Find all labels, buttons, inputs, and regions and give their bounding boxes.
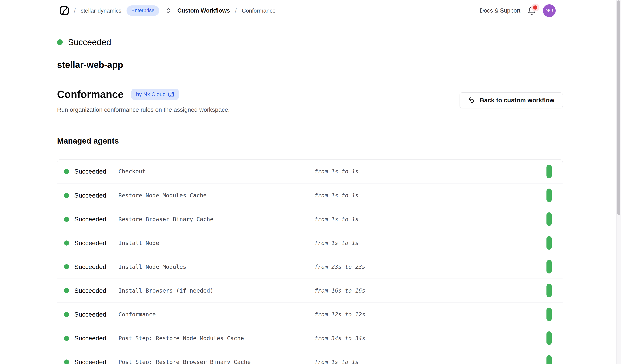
workflow-header: Conformance by Nx Cloud Run organization… xyxy=(57,88,563,113)
notifications-button[interactable] xyxy=(527,6,536,16)
back-button-label: Back to custom workflow xyxy=(480,97,554,104)
run-status-label: Succeeded xyxy=(68,37,111,47)
duration-bar xyxy=(547,331,552,345)
agent-step-row[interactable]: Succeeded Restore Browser Binary Cache f… xyxy=(57,207,563,231)
workspace-switcher[interactable] xyxy=(165,7,172,15)
step-name: Install Node xyxy=(119,240,314,246)
docs-support-link[interactable]: Docs & Support xyxy=(480,7,520,14)
nx-logo-icon xyxy=(168,92,174,97)
workflow-title: Conformance xyxy=(57,88,124,100)
breadcrumb: / stellar-dynamics Enterprise Custom Wor… xyxy=(60,5,276,16)
step-name: Restore Node Modules Cache xyxy=(119,192,314,199)
step-name: Install Browsers (if needed) xyxy=(119,287,314,294)
step-name: Post Step: Restore Node Modules Cache xyxy=(119,335,314,342)
workflow-description: Run organization conformance rules on th… xyxy=(57,106,230,113)
status-dot xyxy=(64,312,69,317)
duration-bar xyxy=(547,260,552,273)
top-navbar: / stellar-dynamics Enterprise Custom Wor… xyxy=(0,0,621,21)
status-dot xyxy=(57,39,63,45)
chevron-up-down-icon xyxy=(165,7,172,15)
step-status: Succeeded xyxy=(74,287,106,294)
duration-bar xyxy=(547,284,552,297)
agent-step-row[interactable]: Succeeded Checkout from 1s to 1s xyxy=(57,159,563,183)
status-dot xyxy=(64,336,69,341)
step-status: Succeeded xyxy=(74,263,106,270)
duration-bar xyxy=(547,212,552,226)
step-status: Succeeded xyxy=(74,192,106,199)
scrollbar-track[interactable] xyxy=(616,0,621,364)
step-timing: from 1s to 1s xyxy=(314,240,547,246)
notification-dot xyxy=(533,5,537,10)
agent-step-row[interactable]: Succeeded Install Node Modules from 23s … xyxy=(57,255,563,279)
undo-arrow-icon xyxy=(468,97,475,104)
agent-step-row[interactable]: Succeeded Install Node from 1s to 1s xyxy=(57,231,563,255)
provider-badge-label: by Nx Cloud xyxy=(136,91,166,97)
back-to-custom-workflow-button[interactable]: Back to custom workflow xyxy=(460,92,563,108)
step-timing: from 12s to 12s xyxy=(314,311,547,318)
step-status: Succeeded xyxy=(74,334,106,342)
status-dot xyxy=(64,240,69,246)
step-status: Succeeded xyxy=(74,311,106,318)
workflow-header-left: Conformance by Nx Cloud Run organization… xyxy=(57,88,230,113)
step-timing: from 1s to 1s xyxy=(314,359,547,364)
duration-bar xyxy=(547,189,552,202)
agent-step-row[interactable]: Succeeded Post Step: Restore Browser Bin… xyxy=(57,350,563,364)
breadcrumb-separator: / xyxy=(235,7,237,14)
breadcrumb-page[interactable]: Conformance xyxy=(242,7,276,14)
main-content: Succeeded stellar-web-app Conformance by… xyxy=(0,37,621,364)
step-name: Checkout xyxy=(119,168,314,175)
status-dot xyxy=(64,360,69,364)
step-timing: from 1s to 1s xyxy=(314,168,547,175)
status-dot xyxy=(64,193,69,198)
avatar[interactable]: NO xyxy=(543,4,556,17)
step-timing: from 1s to 1s xyxy=(314,192,547,199)
step-name: Restore Browser Binary Cache xyxy=(119,216,314,222)
step-status: Succeeded xyxy=(74,239,106,247)
duration-bar xyxy=(547,165,552,178)
duration-bar xyxy=(547,236,552,250)
agent-step-row[interactable]: Succeeded Conformance from 12s to 12s xyxy=(57,302,563,326)
nx-cloud-logo-icon[interactable] xyxy=(60,6,69,15)
duration-bar xyxy=(547,308,552,321)
status-dot xyxy=(64,264,69,269)
agent-step-row[interactable]: Succeeded Post Step: Restore Node Module… xyxy=(57,326,563,350)
step-name: Post Step: Restore Browser Binary Cache xyxy=(119,359,314,364)
agent-step-row[interactable]: Succeeded Install Browsers (if needed) f… xyxy=(57,279,563,302)
duration-bar xyxy=(547,355,552,364)
step-name: Conformance xyxy=(119,311,314,318)
breadcrumb-separator: / xyxy=(74,7,76,14)
managed-agents-heading: Managed agents xyxy=(57,136,563,145)
step-timing: from 34s to 34s xyxy=(314,335,547,342)
step-timing: from 1s to 1s xyxy=(314,216,547,222)
breadcrumb-org[interactable]: stellar-dynamics xyxy=(81,7,121,14)
agent-step-row[interactable]: Succeeded Restore Node Modules Cache fro… xyxy=(57,183,563,207)
status-dot xyxy=(64,169,69,174)
scrollbar-thumb[interactable] xyxy=(617,0,620,215)
step-status: Succeeded xyxy=(74,216,106,223)
run-status: Succeeded xyxy=(57,37,563,47)
breadcrumb-section[interactable]: Custom Workflows xyxy=(177,7,230,14)
managed-agents-card: Succeeded Checkout from 1s to 1s Succeed… xyxy=(57,159,563,364)
status-dot xyxy=(64,288,69,293)
step-timing: from 23s to 23s xyxy=(314,264,547,270)
org-plan-badge: Enterprise xyxy=(126,5,159,16)
provider-badge-link[interactable]: by Nx Cloud xyxy=(131,89,179,100)
step-status: Succeeded xyxy=(74,168,106,175)
navbar-actions: Docs & Support NO xyxy=(480,4,556,17)
step-timing: from 16s to 16s xyxy=(314,287,547,294)
step-name: Install Node Modules xyxy=(119,264,314,270)
page-title: stellar-web-app xyxy=(57,60,563,70)
step-status: Succeeded xyxy=(74,358,106,364)
status-dot xyxy=(64,217,69,222)
